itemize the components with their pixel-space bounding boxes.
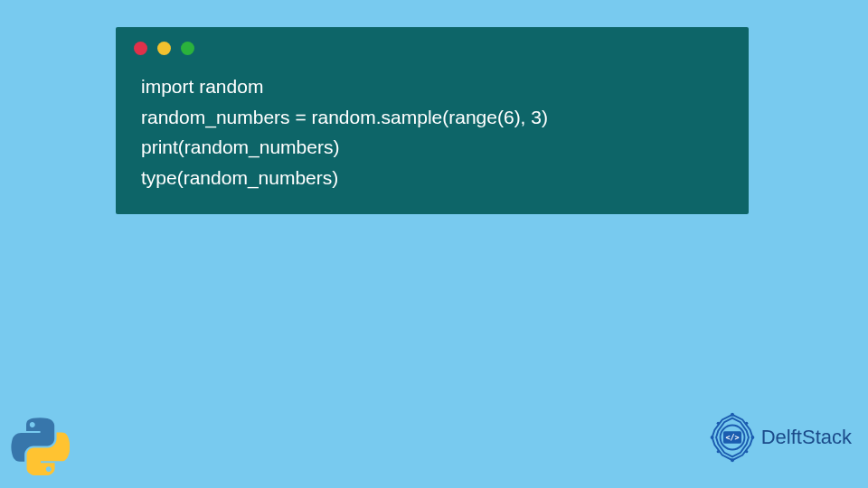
- svg-text:</>: </>: [725, 433, 739, 442]
- svg-point-1: [731, 413, 734, 417]
- svg-point-5: [745, 422, 748, 425]
- window-controls: [116, 27, 749, 64]
- window-close-dot: [134, 42, 147, 55]
- svg-point-6: [745, 450, 748, 453]
- delftstack-logo: </> DelftStack: [707, 412, 852, 463]
- code-window: import random random_numbers = random.sa…: [116, 27, 749, 214]
- window-minimize-dot: [157, 42, 171, 55]
- code-line: type(random_numbers): [141, 163, 723, 193]
- python-logo-icon: [11, 417, 70, 475]
- delftstack-brand-text: DelftStack: [761, 426, 852, 449]
- code-content: import random random_numbers = random.sa…: [116, 64, 749, 196]
- svg-point-8: [716, 422, 719, 425]
- code-line: random_numbers = random.sample(range(6),…: [141, 102, 723, 133]
- window-maximize-dot: [181, 42, 194, 55]
- svg-point-4: [710, 436, 713, 439]
- code-line: print(random_numbers): [141, 132, 723, 163]
- svg-point-3: [731, 458, 734, 462]
- svg-point-2: [750, 436, 754, 439]
- delftstack-emblem-icon: </>: [707, 412, 758, 463]
- svg-point-7: [716, 450, 719, 453]
- code-line: import random: [141, 71, 723, 102]
